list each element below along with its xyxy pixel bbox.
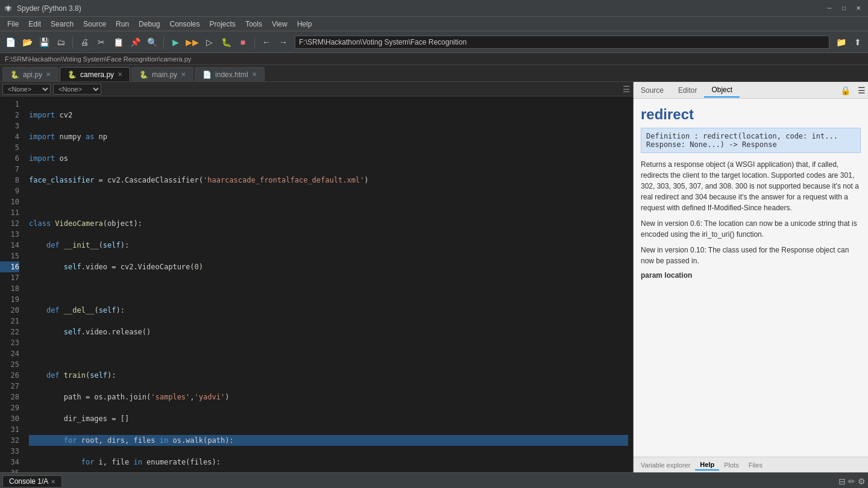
debug-button[interactable]: 🐛 (218, 34, 234, 50)
doc-definition: Definition : redirect(location, code: in… (641, 128, 861, 153)
menu-file[interactable]: File (2, 19, 24, 30)
line-numbers: 12345 678910 1112131415 16 17181920 2122… (0, 96, 24, 472)
left-selector[interactable]: <None> (2, 84, 51, 95)
console-edit-icon[interactable]: ✏ (848, 477, 855, 486)
doc-title: redirect (641, 106, 861, 123)
stop-button[interactable]: ■ (235, 34, 251, 50)
menu-search[interactable]: Search (46, 19, 78, 30)
menu-bar: File Edit Search Source Run Debug Consol… (0, 17, 868, 31)
tab-api-close[interactable]: ✕ (46, 71, 51, 78)
toolbar: 📄 📂 💾 🗂 🖨 ✂ 📋 📌 🔍 ▶ ▶▶ ▷ 🐛 ■ ← → F:\SRM\… (0, 31, 868, 53)
help-tab-plots[interactable]: Plots (719, 460, 743, 470)
tab-index-icon: 📄 (203, 70, 212, 79)
menu-projects[interactable]: Projects (205, 19, 241, 30)
menu-debug[interactable]: Debug (134, 19, 165, 30)
browse-button[interactable]: 📁 (833, 34, 849, 50)
editor-menu-icon[interactable]: ☰ (623, 84, 631, 94)
right-panel-content: redirect Definition : redirect(location,… (634, 99, 868, 457)
prev-button[interactable]: ← (259, 34, 274, 50)
title-bar-left: 🕷 Spyder (Python 3.8) (5, 4, 81, 13)
console-gear-icon[interactable]: ⚙ (858, 477, 866, 486)
save-button[interactable]: 💾 (36, 34, 52, 50)
path-bar: F:\SRM\Hackathon\Voting System\Face Reco… (295, 36, 829, 49)
param-label: param location (641, 271, 861, 280)
sep3 (254, 36, 255, 48)
app-title: Spyder (Python 3.8) (17, 4, 81, 13)
menu-source[interactable]: Source (78, 19, 111, 30)
open-file-button[interactable]: 📂 (19, 34, 35, 50)
bottom-panel: Console 1/A ✕ ⊟ ✏ ⚙ [ WARN:0] terminatin… (0, 472, 868, 488)
find-button[interactable]: 🔍 (144, 34, 160, 50)
tab-main[interactable]: 🐍 main.py ✕ (131, 67, 193, 81)
file-path: F:\SRM\Hackathon\Voting System\Face Reco… (0, 53, 868, 65)
tab-api-label: api.py (23, 70, 42, 79)
up-button[interactable]: ⬆ (850, 34, 866, 50)
menu-tools[interactable]: Tools (241, 19, 267, 30)
run-button[interactable]: ▶ (168, 34, 183, 50)
help-tabs-bar: Variable explorer Help Plots Files (634, 457, 868, 472)
paste-button[interactable]: 📌 (127, 34, 143, 50)
path-text: F:\SRM\Hackathon\Voting System\Face Reco… (299, 38, 467, 46)
doc-body: Returns a response object (a WSGI applic… (641, 159, 861, 266)
console-tab-close[interactable]: ✕ (51, 478, 55, 485)
tab-main-icon: 🐍 (139, 70, 148, 79)
maximize-button[interactable]: □ (839, 4, 849, 13)
right-panel-tabs: Source Editor Object 🔒 ☰ (634, 82, 868, 99)
run-cell-button[interactable]: ▶▶ (184, 34, 200, 50)
tabs-bar: 🐍 api.py ✕ 🐍 camera.py ✕ 🐍 main.py ✕ 📄 i… (0, 65, 868, 82)
title-bar: 🕷 Spyder (Python 3.8) ─ □ ✕ (0, 0, 868, 17)
tab-api[interactable]: 🐍 api.py ✕ (2, 67, 58, 81)
tab-index[interactable]: 📄 index.html ✕ (195, 67, 265, 81)
code-container: 12345 678910 1112131415 16 17181920 2122… (0, 96, 633, 472)
tab-camera-icon: 🐍 (68, 70, 77, 79)
new-file-button[interactable]: 📄 (2, 34, 18, 50)
console-tab-1[interactable]: Console 1/A ✕ (2, 475, 62, 487)
tab-camera[interactable]: 🐍 camera.py ✕ (60, 67, 130, 81)
help-tab-varexplorer[interactable]: Variable explorer (636, 460, 695, 470)
console-icons: ⊟ ✏ ⚙ (838, 477, 866, 486)
tab-main-close[interactable]: ✕ (181, 71, 186, 78)
menu-help[interactable]: Help (292, 19, 317, 30)
console-split-icon[interactable]: ⊟ (838, 477, 846, 486)
console-tab-label: Console 1/A (9, 477, 48, 486)
menu-run[interactable]: Run (111, 19, 134, 30)
run-sel-button[interactable]: ▷ (201, 34, 217, 50)
rpanel-tab-object[interactable]: Object (704, 83, 740, 98)
menu-consoles[interactable]: Consoles (165, 19, 204, 30)
editor-selectors: <None> <None> ☰ (0, 82, 633, 96)
help-tab-help[interactable]: Help (695, 460, 719, 471)
cut-button[interactable]: ✂ (93, 34, 109, 50)
tab-index-label: index.html (215, 70, 248, 79)
help-tab-files[interactable]: Files (744, 460, 767, 470)
tab-camera-close[interactable]: ✕ (118, 71, 122, 78)
tab-camera-label: camera.py (80, 70, 114, 79)
right-panel: Source Editor Object 🔒 ☰ redirect Defini… (633, 82, 868, 472)
menu-edit[interactable]: Edit (24, 19, 46, 30)
print-button[interactable]: 🖨 (77, 34, 92, 50)
minimize-button[interactable]: ─ (825, 4, 834, 13)
tab-main-label: main.py (152, 70, 177, 79)
save-all-button[interactable]: 🗂 (53, 34, 69, 50)
console-tabs: Console 1/A ✕ ⊟ ✏ ⚙ (0, 473, 868, 488)
lock-icon[interactable]: 🔒 (838, 84, 853, 96)
tab-index-close[interactable]: ✕ (252, 71, 257, 78)
main-layout: <None> <None> ☰ 12345 678910 1112131415 … (0, 82, 868, 472)
rpanel-tab-editor[interactable]: Editor (671, 84, 704, 97)
editor-area: <None> <None> ☰ 12345 678910 1112131415 … (0, 82, 633, 472)
tab-api-icon: 🐍 (10, 70, 19, 79)
sep2 (163, 36, 164, 48)
menu-view[interactable]: View (267, 19, 292, 30)
close-button[interactable]: ✕ (854, 4, 863, 13)
doc-para-1: Returns a response object (a WSGI applic… (641, 159, 861, 213)
next-button[interactable]: → (275, 34, 291, 50)
sep1 (72, 36, 73, 48)
doc-para-3: New in version 0.10: The class used for … (641, 245, 861, 266)
rpanel-tab-source[interactable]: Source (634, 84, 671, 97)
code-content[interactable]: import cv2 import numpy as np import os … (24, 96, 633, 472)
right-selector[interactable]: <None> (53, 84, 101, 95)
doc-para-2: New in version 0.6: The location can now… (641, 218, 861, 240)
file-path-text: F:\SRM\Hackathon\Voting System\Face Reco… (5, 55, 191, 63)
copy-button[interactable]: 📋 (110, 34, 126, 50)
options-icon[interactable]: ☰ (855, 84, 868, 96)
app-icon: 🕷 (5, 4, 12, 13)
